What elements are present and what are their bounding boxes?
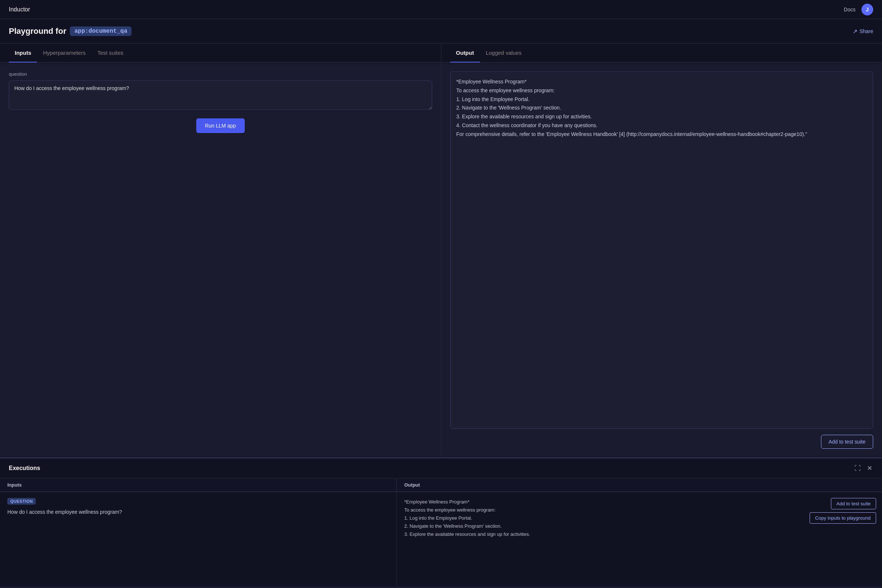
executions-header: Executions ⛶ ✕ (0, 458, 882, 478)
title-prefix: Playground for (9, 27, 66, 36)
add-to-test-suite-button[interactable]: Add to test suite (821, 435, 873, 449)
share-label: Share (860, 28, 873, 34)
executions-title: Executions (9, 465, 40, 471)
expand-icon[interactable]: ⛶ (854, 464, 862, 473)
question-textarea[interactable]: How do I access the employee wellness pr… (9, 81, 432, 110)
executions-controls: ⛶ ✕ (854, 464, 873, 473)
share-button[interactable]: ↗ Share (853, 28, 873, 35)
executions-table: Inputs Output QUESTION How do I access t… (0, 478, 882, 586)
exec-output-text: *Employee Wellness Program* To access th… (404, 498, 874, 538)
nav-right: Docs J (844, 4, 873, 15)
page-title: Playground for app:document_qa (9, 27, 132, 36)
question-badge: QUESTION (8, 498, 36, 505)
nav-logo: Inductor (9, 6, 30, 13)
run-llm-button[interactable]: Run LLM app (196, 118, 245, 133)
exec-copy-inputs-button[interactable]: Copy inputs to playground (810, 512, 876, 524)
exec-inputs-cell: QUESTION How do I access the employee we… (0, 492, 397, 586)
left-tabs: Inputs Hyperparameters Test suites (0, 44, 441, 63)
inputs-section: question How do I access the employee we… (0, 63, 441, 458)
page-header: Playground for app:document_qa ↗ Share (0, 19, 882, 44)
output-content: *Employee Wellness Program* To access th… (450, 71, 873, 429)
tab-test-suites[interactable]: Test suites (92, 44, 129, 63)
tab-output[interactable]: Output (450, 44, 480, 63)
exec-add-to-suite-button[interactable]: Add to test suite (831, 498, 876, 509)
right-panel: Output Logged values *Employee Wellness … (441, 44, 882, 458)
share-icon: ↗ (853, 28, 857, 35)
inputs-col-header: Inputs (0, 478, 397, 492)
exec-actions: Add to test suite Copy inputs to playgro… (810, 498, 876, 524)
exec-question-text: How do I access the employee wellness pr… (8, 508, 389, 516)
output-col-header: Output (397, 478, 882, 492)
executions-panel: Executions ⛶ ✕ Inputs Output QUESTION Ho… (0, 458, 882, 586)
tab-hyperparameters[interactable]: Hyperparameters (37, 44, 92, 63)
exec-output-cell: *Employee Wellness Program* To access th… (397, 492, 882, 586)
executions-body: Inputs Output QUESTION How do I access t… (0, 478, 882, 586)
left-panel: Inputs Hyperparameters Test suites quest… (0, 44, 441, 458)
execution-row: QUESTION How do I access the employee we… (0, 492, 882, 586)
tab-inputs[interactable]: Inputs (9, 44, 37, 63)
output-section: *Employee Wellness Program* To access th… (441, 63, 882, 458)
app-badge: app:document_qa (70, 27, 132, 36)
question-label: question (9, 71, 432, 77)
top-nav: Inductor Docs J (0, 0, 882, 19)
close-icon[interactable]: ✕ (866, 464, 873, 473)
main-content: Inputs Hyperparameters Test suites quest… (0, 44, 882, 458)
executions-col-headers: Inputs Output (0, 478, 882, 492)
tab-logged-values[interactable]: Logged values (480, 44, 528, 63)
avatar[interactable]: J (861, 4, 873, 15)
nav-docs-link[interactable]: Docs (844, 7, 855, 12)
right-tabs: Output Logged values (441, 44, 882, 63)
